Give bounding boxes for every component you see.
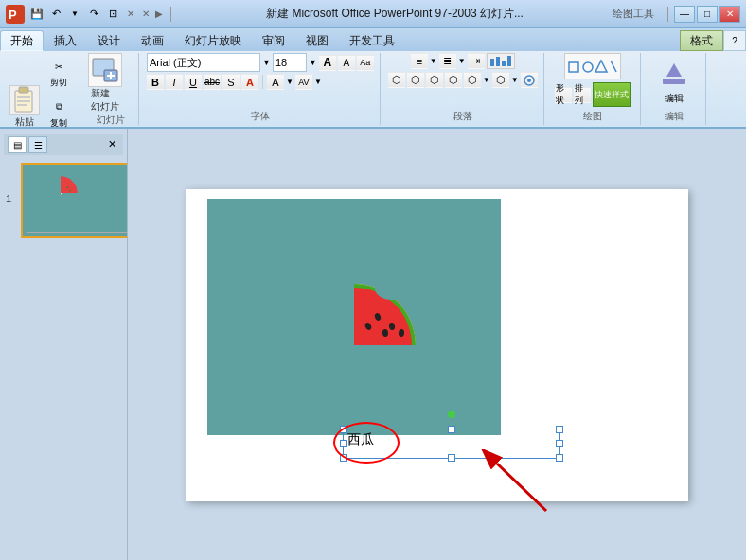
canvas-area[interactable]: 西瓜 — [128, 129, 746, 560]
handle-ml[interactable] — [340, 440, 347, 447]
svg-point-16 — [527, 79, 531, 82]
svg-rect-3 — [19, 87, 28, 93]
handle-br[interactable] — [556, 454, 563, 462]
font-size-dropdown[interactable]: ▼ — [309, 58, 317, 67]
char-spacing-dropdown[interactable]: ▼ — [314, 78, 322, 86]
tab-format[interactable]: 格式 — [680, 30, 723, 51]
bullet-dropdown[interactable]: ▼ — [430, 57, 437, 65]
indent-button[interactable]: ⇥ — [468, 53, 485, 69]
tab-animation[interactable]: 动画 — [131, 30, 174, 51]
svg-marker-19 — [595, 61, 607, 72]
svg-rect-6 — [17, 104, 27, 106]
font-name-dropdown[interactable]: ▼ — [262, 58, 271, 67]
edit-button[interactable]: 编辑 — [648, 53, 700, 110]
font-name-input[interactable] — [147, 53, 260, 72]
qat-more-button[interactable]: ⊡ — [104, 6, 121, 23]
font-color-button[interactable]: A — [241, 74, 258, 90]
edit-label: 编辑 — [665, 92, 684, 105]
shadow-button[interactable]: S — [222, 74, 240, 90]
increase-font-button[interactable]: A — [319, 55, 336, 71]
font-label: 字体 — [147, 110, 374, 125]
redo-button[interactable]: ↷ — [85, 6, 102, 23]
svg-rect-13 — [502, 61, 506, 66]
italic-button[interactable]: I — [166, 74, 183, 90]
font-format-row: B I U abc S A A ▼ AV ▼ — [147, 74, 322, 90]
align-left-button[interactable]: ⬡ — [388, 72, 405, 88]
tab-insert[interactable]: 插入 — [44, 30, 87, 51]
slide-panel: ▤ ☰ ✕ 1 — [0, 129, 128, 560]
font-color-icon: A — [246, 77, 254, 88]
tab-view[interactable]: 视图 — [295, 30, 339, 51]
save-button[interactable]: 💾 — [28, 6, 45, 23]
handle-tl[interactable] — [340, 426, 347, 433]
justify-button[interactable]: ⬡ — [445, 72, 462, 88]
ribbon-tabs: 开始 插入 设计 动画 幻灯片放映 审阅 视图 开发工具 格式 ? — [0, 28, 746, 51]
panel-tab-slides[interactable]: ▤ — [8, 136, 27, 153]
paste-label: 粘贴 — [15, 115, 34, 129]
tab-review[interactable]: 审阅 — [252, 30, 295, 51]
font-name-row: ▼ ▼ A A Aa — [147, 53, 374, 72]
minimize-button[interactable]: — — [674, 6, 695, 23]
textbox-selected[interactable]: 西瓜 — [343, 429, 560, 459]
handle-bl[interactable] — [340, 454, 347, 462]
quick-style-button[interactable]: 快速样式 — [593, 82, 631, 107]
maximize-button[interactable]: □ — [697, 6, 718, 23]
slide-thumb-1[interactable]: 1 — [21, 163, 128, 238]
slide-label: 幻灯片 — [88, 114, 133, 129]
text-dir-dropdown[interactable]: ▼ — [511, 76, 519, 84]
tab-design[interactable]: 设计 — [87, 30, 131, 51]
copy-icon: ⧉ — [48, 96, 69, 117]
group-slide: 新建幻灯片 幻灯片 — [82, 53, 139, 125]
char-spacing-button[interactable]: AV — [295, 74, 312, 90]
copy-button[interactable]: ⧉ 复制 — [44, 94, 74, 132]
col-dropdown[interactable]: ▼ — [483, 76, 490, 84]
shape-fill-button[interactable]: 形状 — [555, 87, 572, 103]
text-dir-button[interactable]: ⬡ — [492, 72, 509, 88]
clear-format-button[interactable]: Aa — [357, 55, 374, 71]
undo-button[interactable]: ↶ — [47, 6, 64, 23]
handle-bm[interactable] — [448, 454, 455, 462]
new-slide-button[interactable]: 新建幻灯片 — [88, 53, 122, 114]
align-right-button[interactable]: ⬡ — [426, 72, 443, 88]
handle-mr[interactable] — [556, 440, 563, 447]
font-color2-icon: A — [272, 77, 278, 88]
font-size-input[interactable] — [273, 53, 307, 72]
arrow-annotation — [480, 449, 556, 518]
svg-text:P: P — [9, 8, 17, 22]
drawing-tools-label: 绘图工具 — [613, 7, 654, 21]
col-button[interactable]: ⬡ — [464, 72, 481, 88]
paste-button[interactable]: 粘贴 — [9, 85, 40, 129]
tab-start[interactable]: 开始 — [0, 30, 44, 51]
ribbon: 开始 插入 设计 动画 幻灯片放映 审阅 视图 开发工具 格式 ? — [0, 28, 746, 129]
underline-button[interactable]: U — [185, 74, 202, 90]
font-color2-button[interactable]: A — [267, 74, 284, 90]
watermelon-image — [283, 274, 425, 391]
undo-dropdown-button[interactable]: ▼ — [66, 6, 83, 23]
number-list-button[interactable]: ≣ — [439, 53, 456, 69]
help-button[interactable]: ? — [723, 30, 746, 51]
shapes-gallery[interactable] — [564, 53, 621, 79]
strikethrough-button[interactable]: abc — [204, 74, 221, 90]
bullet-list-button[interactable]: ≡ — [411, 53, 428, 69]
handle-tm[interactable] — [448, 426, 455, 433]
close-button[interactable]: ✕ — [719, 6, 740, 23]
font-color-dropdown[interactable]: ▼ — [286, 78, 293, 86]
handle-tr[interactable] — [556, 426, 563, 433]
svg-point-18 — [583, 62, 593, 72]
arrange-button[interactable]: 排列 — [574, 87, 591, 103]
tab-developer[interactable]: 开发工具 — [339, 30, 405, 51]
rotation-handle[interactable] — [448, 411, 455, 418]
decrease-font-button[interactable]: A — [338, 55, 355, 71]
main-area: ▤ ☰ ✕ 1 — [0, 129, 746, 560]
smart-art-button[interactable] — [521, 72, 538, 88]
cut-button[interactable]: ✂ 剪切 — [44, 53, 74, 92]
slide-canvas[interactable]: 西瓜 — [186, 189, 688, 501]
align-row: ⬡ ⬡ ⬡ ⬡ ⬡ ▼ ⬡ ▼ — [388, 72, 538, 88]
align-center-button[interactable]: ⬡ — [407, 72, 424, 88]
tab-slideshow[interactable]: 幻灯片放映 — [174, 30, 252, 51]
number-dropdown[interactable]: ▼ — [458, 57, 466, 65]
svg-line-20 — [611, 61, 616, 72]
bold-button[interactable]: B — [147, 74, 164, 90]
panel-close-button[interactable]: ✕ — [104, 136, 119, 151]
panel-tab-outline[interactable]: ☰ — [28, 136, 47, 153]
